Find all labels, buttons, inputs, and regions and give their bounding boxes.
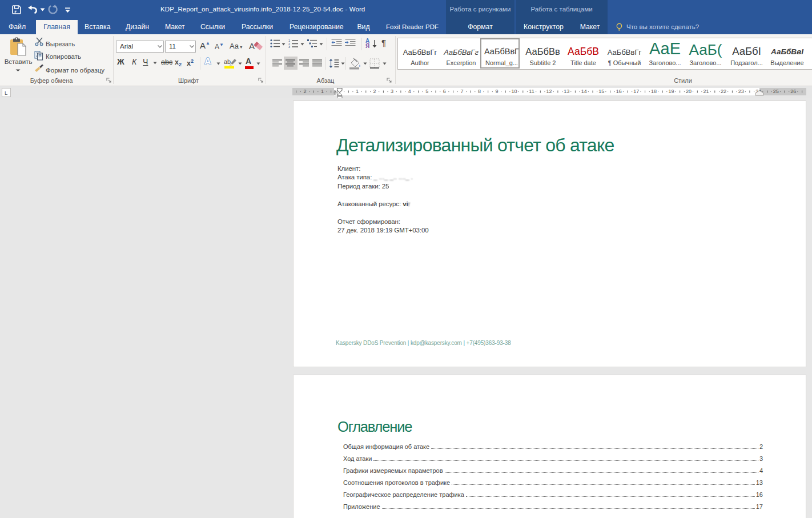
svg-text:ab: ab bbox=[224, 58, 231, 65]
svg-text:3: 3 bbox=[288, 45, 290, 49]
svg-text:А: А bbox=[249, 41, 255, 51]
